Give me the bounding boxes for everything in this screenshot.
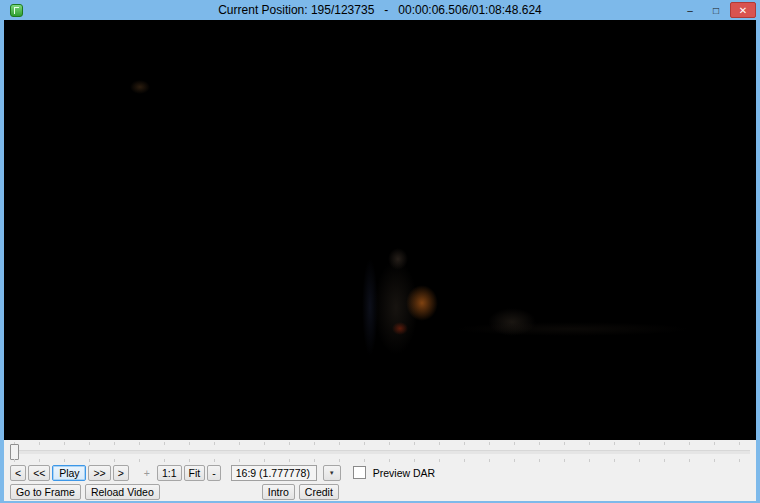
app-window: Current Position: 195/123735 - 00:00:06.… bbox=[0, 0, 760, 503]
maximize-button[interactable]: □ bbox=[704, 2, 728, 18]
step-back-button[interactable]: < bbox=[10, 465, 26, 481]
fit-button[interactable]: Fit bbox=[184, 465, 206, 481]
slider-track[interactable] bbox=[10, 450, 750, 454]
minimize-button[interactable]: – bbox=[678, 2, 702, 18]
video-preview bbox=[4, 20, 756, 440]
slider-thumb[interactable] bbox=[10, 444, 19, 460]
preview-dar-label: Preview DAR bbox=[373, 467, 435, 479]
reload-video-button[interactable]: Reload Video bbox=[85, 484, 160, 500]
seek-forward-button[interactable]: >> bbox=[88, 465, 110, 481]
seek-back-button[interactable]: << bbox=[28, 465, 50, 481]
chevron-down-icon: ▼ bbox=[329, 470, 335, 476]
step-forward-button[interactable]: > bbox=[113, 465, 129, 481]
actions-row: Go to Frame Reload Video Intro Credit bbox=[4, 483, 756, 501]
seek-slider[interactable] bbox=[6, 441, 754, 463]
preview-dar-checkbox[interactable] bbox=[353, 466, 366, 479]
play-button[interactable]: Play bbox=[52, 465, 86, 481]
intro-button[interactable]: Intro bbox=[262, 484, 295, 500]
slider-ticks-bottom bbox=[14, 459, 746, 462]
transport-row: < << Play >> > + 1:1 Fit - 16:9 (1.77777… bbox=[4, 463, 756, 482]
control-panel: < << Play >> > + 1:1 Fit - 16:9 (1.77777… bbox=[4, 440, 756, 501]
actual-size-button[interactable]: 1:1 bbox=[157, 465, 182, 481]
titlebar: Current Position: 195/123735 - 00:00:06.… bbox=[0, 0, 760, 20]
aspect-ratio-field[interactable]: 16:9 (1.777778) bbox=[231, 465, 317, 481]
slider-ticks-top bbox=[14, 442, 746, 445]
credit-button[interactable]: Credit bbox=[299, 484, 339, 500]
zoom-out-button[interactable]: - bbox=[207, 465, 221, 481]
window-title: Current Position: 195/123735 - 00:00:06.… bbox=[0, 3, 760, 17]
go-to-frame-button[interactable]: Go to Frame bbox=[10, 484, 81, 500]
aspect-dropdown-button[interactable]: ▼ bbox=[323, 465, 341, 481]
zoom-in-button[interactable]: + bbox=[139, 465, 155, 481]
close-button[interactable]: ✕ bbox=[730, 2, 756, 18]
